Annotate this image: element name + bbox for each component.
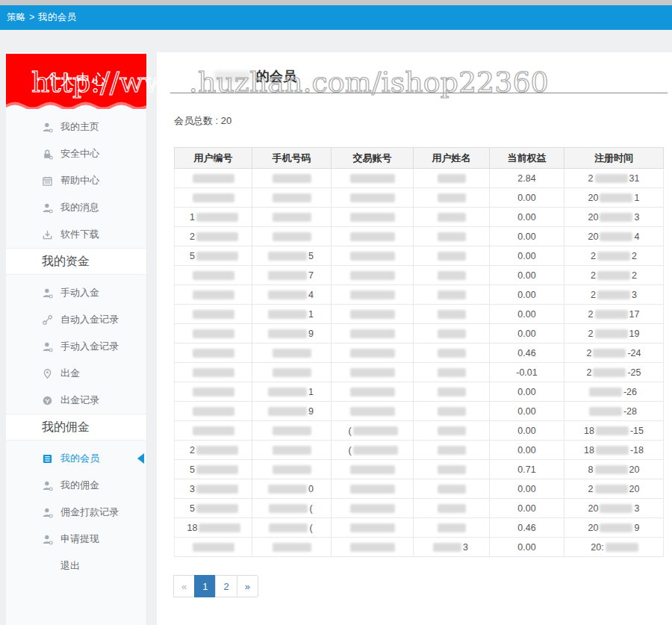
sidebar-item[interactable]: 我的佣金	[6, 472, 146, 499]
sidebar-menu-commission: 我的会员 我的佣金 佣金打款记录 申请提现	[6, 441, 146, 579]
redacted-user-id	[193, 290, 234, 299]
sidebar-item-label: 申请提现	[60, 532, 99, 546]
redacted-phone	[273, 174, 311, 183]
cell-register-time: 2-25	[564, 363, 664, 382]
sidebar-item[interactable]: 安全中心	[6, 140, 146, 167]
sidebar-item-icon	[42, 341, 53, 352]
sidebar-section-funds: 我的资金	[6, 248, 146, 275]
sidebar-item[interactable]: 出金	[6, 360, 146, 387]
sidebar-item[interactable]: 我的主页	[6, 114, 146, 140]
redacted-register-date	[596, 446, 629, 455]
redacted-user-id	[199, 523, 240, 532]
sidebar-item[interactable]: 我的会员	[6, 445, 146, 472]
redacted-trade-account	[350, 349, 395, 358]
sidebar-item-icon	[42, 122, 53, 133]
redacted-trade-account	[350, 523, 395, 532]
redacted-username	[214, 71, 250, 82]
sidebar-item-label: 佣金打款记录	[60, 506, 119, 519]
cell-phone: 9	[252, 324, 332, 343]
redacted-user-id	[193, 368, 234, 377]
cell-user-name	[414, 441, 490, 460]
cell-current-equity: 0.00	[490, 324, 564, 343]
table-header-cell: 用户编号	[175, 148, 252, 169]
sidebar-item-icon	[42, 175, 53, 187]
pagination-button[interactable]: »	[237, 575, 258, 597]
sidebar-menu-funds: 手动入金 自动入金记录 手动入金记录 出金	[6, 275, 146, 414]
sidebar-item[interactable]: 出金记录	[6, 387, 146, 414]
redacted-register-date	[595, 465, 628, 474]
table-row: 18 ( 0.46 209	[175, 518, 664, 538]
cell-current-equity: 0.00	[490, 402, 564, 421]
cell-current-equity: 0.00	[490, 208, 564, 227]
sidebar-item[interactable]: 自动入金记录	[6, 306, 146, 333]
table-row: 5 5 0.00 22	[175, 246, 664, 266]
redacted-user-id	[193, 388, 234, 397]
cell-current-equity: 0.00	[490, 499, 564, 518]
redacted-phone	[273, 349, 311, 358]
redacted-user-id	[193, 543, 234, 552]
redacted-user-name	[438, 271, 466, 280]
cell-trade-account	[332, 382, 414, 402]
cell-current-equity: 0.00	[490, 479, 564, 499]
redacted-trade-account	[350, 290, 395, 299]
pagination-button[interactable]: «	[173, 575, 195, 597]
redacted-trade-account	[350, 407, 395, 416]
redacted-phone	[268, 407, 307, 416]
redacted-user-name	[438, 446, 466, 455]
redacted-trade-account	[353, 426, 398, 435]
redacted-phone	[273, 446, 311, 455]
cell-register-time: 231	[564, 169, 664, 188]
redacted-user-name	[438, 174, 466, 183]
redacted-trade-account	[350, 368, 395, 377]
sidebar-item-label: 我的消息	[60, 201, 99, 214]
redacted-register-date	[595, 485, 628, 494]
table-row: 7 0.00 22	[175, 266, 664, 285]
redacted-user-id	[196, 446, 238, 455]
redacted-phone	[273, 193, 311, 202]
pagination-button[interactable]: 2	[215, 575, 237, 597]
table-row: 3 0 0.00 220	[175, 479, 664, 499]
redacted-trade-account	[350, 329, 395, 338]
table-row: 1 0.00 -26	[175, 382, 664, 402]
table-row: -0.01 2-25	[175, 363, 664, 382]
cell-trade-account	[332, 227, 414, 246]
page-title: 的会员	[170, 67, 668, 93]
sidebar-item[interactable]: 我的消息	[6, 194, 146, 221]
sidebar-item[interactable]: 手动入金	[6, 279, 146, 306]
cell-user-id: 1	[175, 208, 252, 227]
redacted-phone	[268, 329, 307, 338]
redacted-trade-account	[350, 271, 395, 280]
redacted-user-name	[438, 232, 466, 241]
redacted-phone	[273, 232, 311, 241]
cell-user-name	[414, 460, 490, 479]
cell-register-time: -26	[564, 382, 664, 402]
pagination-button[interactable]: 1	[194, 575, 216, 597]
table-row: 2.84 231	[175, 169, 664, 188]
redacted-user-name	[438, 310, 466, 319]
cell-user-name	[414, 227, 490, 246]
cell-user-id	[175, 363, 252, 382]
sidebar-item[interactable]: 手动入金记录	[6, 333, 146, 360]
redacted-user-id	[193, 349, 234, 358]
cell-register-time: 204	[564, 227, 664, 246]
sidebar-section-title: 我的佣金	[42, 420, 90, 435]
redacted-trade-account	[350, 174, 395, 183]
sidebar-header: 个人中心	[6, 54, 146, 109]
sidebar-item[interactable]: 帮助中心	[6, 167, 146, 194]
cell-user-name	[414, 208, 490, 227]
redacted-register-date	[589, 407, 622, 416]
redacted-user-name	[438, 426, 466, 435]
sidebar-item-label: 手动入金记录	[60, 340, 119, 353]
breadcrumb[interactable]: 策略 > 我的会员	[7, 11, 77, 24]
sidebar-item-label: 我的会员	[60, 452, 99, 465]
cell-user-id	[175, 538, 252, 557]
sidebar-item-label: 帮助中心	[60, 174, 99, 187]
sidebar-item[interactable]: 佣金打款记录	[6, 499, 146, 526]
cell-trade-account	[332, 479, 414, 499]
table-header-cell: 交易账号	[332, 148, 414, 169]
redacted-user-name	[438, 349, 466, 358]
sidebar-item[interactable]: 软件下载	[6, 221, 146, 248]
sidebar-item[interactable]: 退出	[6, 553, 146, 579]
sidebar: 个人中心 我的主页 安全中心 帮助中心	[6, 52, 147, 625]
sidebar-item[interactable]: 申请提现	[6, 526, 146, 553]
